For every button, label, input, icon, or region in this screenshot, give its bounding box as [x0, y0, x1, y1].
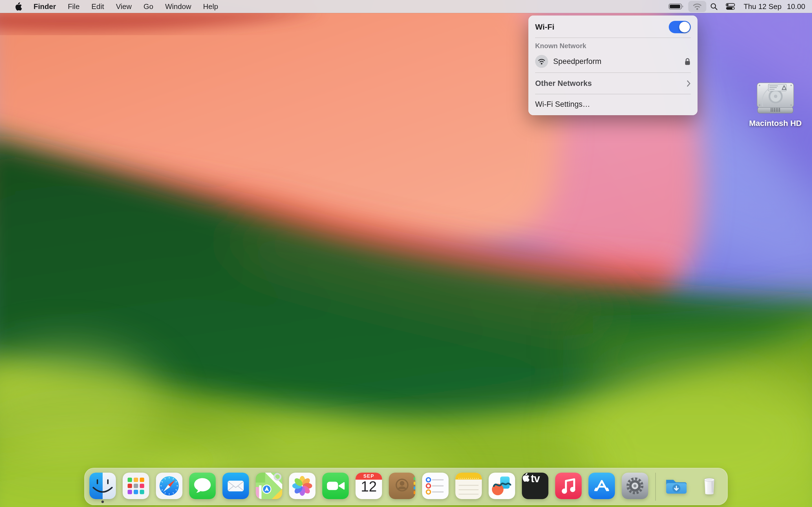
- menu-file[interactable]: File: [62, 0, 86, 13]
- menu-bar-status: Thu 12 Sep 10.00: [665, 0, 812, 13]
- battery-icon: [668, 3, 684, 10]
- apple-glyph: [522, 473, 529, 482]
- wifi-settings-item[interactable]: Wi-Fi Settings…: [528, 96, 698, 112]
- facetime-icon: [322, 473, 349, 499]
- wifi-menu-popup: Wi-Fi Known Network Speedperform Other N…: [528, 15, 698, 115]
- toggle-knob: [679, 22, 690, 33]
- trash-icon: [696, 473, 723, 499]
- wifi-toggle[interactable]: [669, 21, 691, 33]
- calendar-day: 12: [356, 478, 382, 495]
- running-indicator: [101, 501, 104, 503]
- menu-bar: Finder File Edit View Go Window Help: [0, 0, 812, 13]
- freeform-icon: [489, 473, 515, 499]
- dock-photos[interactable]: [289, 473, 315, 499]
- system-settings-icon: [622, 473, 648, 499]
- wifi-signal-icon: [538, 58, 546, 65]
- messages-icon: [189, 473, 216, 499]
- clock-time: 10.00: [787, 2, 805, 11]
- finder-icon: [89, 473, 116, 499]
- photos-icon: [289, 473, 315, 499]
- menu-help[interactable]: Help: [197, 0, 224, 13]
- menu-bar-left: Finder File Edit View Go Window Help: [0, 0, 224, 13]
- tv-logo-text: tv: [530, 473, 540, 485]
- dock-finder[interactable]: [89, 473, 116, 499]
- launchpad-icon: [123, 473, 149, 499]
- calendar-icon: SEP 12: [356, 473, 382, 499]
- battery-status[interactable]: [665, 1, 688, 12]
- search-icon: [710, 3, 718, 10]
- wifi-popup-title: Wi-Fi: [535, 22, 669, 32]
- notes-icon: [455, 473, 482, 499]
- maps-icon: [256, 473, 282, 499]
- dock-contacts[interactable]: [389, 473, 415, 499]
- dock-safari[interactable]: [156, 473, 183, 499]
- network-item-speedperform[interactable]: Speedperform: [528, 52, 698, 71]
- other-networks-label: Other Networks: [535, 79, 687, 88]
- lock-icon: [684, 57, 691, 66]
- downloads-folder-icon: [663, 473, 689, 499]
- dock-tv[interactable]: tv: [522, 473, 548, 499]
- dock-freeform[interactable]: [489, 473, 515, 499]
- dock-downloads[interactable]: [663, 473, 689, 499]
- dock: SEP 12: [84, 468, 728, 505]
- apple-menu[interactable]: [9, 0, 28, 13]
- dock-launchpad[interactable]: [123, 473, 149, 499]
- dock-messages[interactable]: [189, 473, 216, 499]
- dock-separator: [655, 473, 656, 501]
- known-network-header: Known Network: [528, 40, 698, 52]
- menu-bar-clock[interactable]: Thu 12 Sep 10.00: [739, 2, 805, 11]
- other-networks-item[interactable]: Other Networks: [528, 75, 698, 92]
- safari-icon: [156, 473, 183, 499]
- dock-calendar[interactable]: SEP 12: [356, 473, 382, 499]
- reminders-icon: [422, 473, 449, 499]
- divider: [535, 72, 691, 73]
- dock-facetime[interactable]: [322, 473, 349, 499]
- network-name: Speedperform: [553, 57, 679, 66]
- clock-date: Thu 12 Sep: [744, 2, 781, 11]
- control-center[interactable]: [722, 1, 739, 12]
- wifi-icon: [692, 3, 702, 10]
- tv-icon: tv: [522, 473, 548, 499]
- network-wifi-badge: [535, 55, 548, 68]
- divider: [535, 38, 691, 38]
- contacts-icon: [389, 473, 415, 499]
- dock-mail[interactable]: [222, 473, 249, 499]
- dock-app-store[interactable]: [589, 473, 615, 499]
- menu-window[interactable]: Window: [159, 0, 197, 13]
- macintosh-hd-icon[interactable]: Macintosh HD: [749, 81, 802, 128]
- app-store-icon: [589, 473, 615, 499]
- menu-view[interactable]: View: [110, 0, 138, 13]
- dock-system-settings[interactable]: [622, 473, 648, 499]
- divider: [535, 94, 691, 94]
- mail-icon: [222, 473, 249, 499]
- dock-maps[interactable]: [256, 473, 282, 499]
- wifi-toggle-row: Wi-Fi: [528, 18, 698, 36]
- volume-label: Macintosh HD: [749, 119, 802, 128]
- wifi-menu-extra[interactable]: [688, 1, 706, 12]
- dock-trash[interactable]: [696, 473, 723, 499]
- hard-drive-icon: [754, 81, 797, 117]
- dock-notes[interactable]: [455, 473, 482, 499]
- menu-app-name[interactable]: Finder: [28, 0, 62, 13]
- apple-logo-icon: [15, 2, 22, 11]
- dock-reminders[interactable]: [422, 473, 449, 499]
- spotlight-search[interactable]: [706, 1, 722, 12]
- music-icon: [555, 473, 581, 499]
- wifi-settings-label: Wi-Fi Settings…: [535, 100, 691, 109]
- menu-go[interactable]: Go: [138, 0, 159, 13]
- menu-edit[interactable]: Edit: [86, 0, 110, 13]
- chevron-right-icon: [687, 80, 691, 87]
- control-center-icon: [726, 3, 735, 10]
- dock-music[interactable]: [555, 473, 581, 499]
